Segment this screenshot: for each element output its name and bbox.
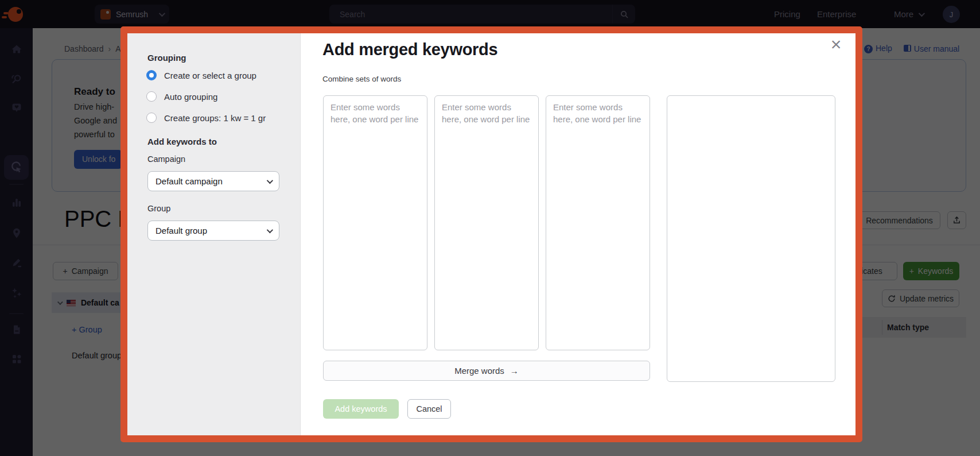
promo-text-line: Google and [74,116,123,125]
search-bar[interactable]: Search [329,5,635,24]
radio-create-groups-1kw[interactable]: Create groups: 1 kw = 1 gr [146,113,266,123]
sidebar-divider [9,313,24,314]
search-button[interactable] [612,5,635,24]
sidebar-item-home[interactable] [4,37,29,61]
update-metrics-button[interactable]: Update metrics [882,289,959,307]
promo-text-line: Drive high- [74,102,123,111]
chevron-down-icon [159,10,165,16]
refresh-icon [888,295,896,303]
location-pin-icon [10,227,23,239]
radio-button-icon[interactable] [146,113,157,123]
chevron-down-icon [267,177,273,183]
plus-icon: + [63,266,67,276]
sidebar-item-local[interactable] [4,221,29,245]
unlock-button[interactable]: Unlock fo [74,150,122,169]
nav-more[interactable]: More [894,0,923,28]
group-select[interactable]: Default group [147,221,279,241]
campaign-name: Default ca [81,298,120,307]
word-set-textarea-2[interactable] [434,95,539,350]
report-document-icon [10,323,23,336]
sidebar-item-ai[interactable] [4,280,29,304]
add-keywords-to-heading: Add keywords to [147,137,217,146]
campaign-label: Campaign [147,154,185,164]
help-link[interactable]: ?Help [864,44,892,53]
arrow-right-icon: → [510,366,519,376]
seo-toolkit-icon [10,73,23,86]
combine-sets-label: Combine sets of words [322,75,401,83]
sparkles-icon [10,286,23,299]
workspace-logo-icon [100,9,111,20]
nav-pricing[interactable]: Pricing [774,0,800,28]
radio-button-icon[interactable] [146,91,157,102]
chevron-down-icon [267,226,273,233]
social-toolkit-icon [10,101,23,114]
promo-title: Ready to [74,86,123,98]
sidebar [0,28,33,456]
sidebar-item-content[interactable] [4,250,29,275]
chevron-separator-icon: › [108,44,111,53]
sidebar-divider [9,184,24,185]
user-manual-icon [904,45,911,52]
bar-chart-icon [10,196,23,209]
radio-create-or-select-group[interactable]: Create or select a group [146,70,256,80]
column-divider [882,320,882,335]
modal-title: Add merged keywords [322,40,497,59]
help-icon: ? [864,45,873,53]
plus-icon: + [72,325,76,334]
recommendations-button[interactable]: Recommendations [858,211,940,229]
grouping-heading: Grouping [147,53,186,63]
sidebar-item-analytics[interactable] [4,190,29,215]
group-label: Group [147,204,170,213]
word-set-textarea-1[interactable] [323,95,427,350]
advertising-toolkit-icon [10,161,23,174]
close-icon[interactable]: × [826,34,846,54]
user-manual-link[interactable]: User manual [904,44,959,53]
export-icon [952,216,961,225]
promo-text-line: powerful to [74,130,123,139]
home-icon [10,43,23,56]
search-icon [620,10,629,19]
plus-icon: + [909,266,914,276]
breadcrumb: Dashboard › A [64,44,121,53]
nav-enterprise[interactable]: Enterprise [817,0,856,28]
radio-auto-grouping[interactable]: Auto grouping [146,91,217,102]
apps-grid-icon [10,353,23,365]
pencil-icon [10,256,23,269]
campaign-select[interactable]: Default campaign [147,171,279,191]
merge-words-button[interactable]: Merge words → [323,361,650,381]
user-avatar[interactable]: J [943,6,960,23]
us-flag-icon [67,300,76,306]
page-title: PPC Ke [64,206,122,232]
add-group-link[interactable]: + Group [72,325,102,334]
export-button[interactable] [947,211,966,229]
semrush-logo-icon[interactable] [8,7,23,22]
add-keywords-toolbar-button[interactable]: +Keywords [903,262,959,280]
word-set-textarea-3[interactable] [546,95,650,350]
breadcrumb-dashboard-link[interactable]: Dashboard [64,44,104,53]
workspace-selector[interactable]: Semrush [95,5,169,24]
merged-result-box [667,95,835,382]
radio-button-icon[interactable] [146,70,157,80]
top-bar: Semrush Search Pricing Enterprise More J [0,0,980,28]
modal-side-panel: Grouping Create or select a group Auto g… [127,33,301,435]
chevron-down-icon [57,299,63,305]
cancel-button[interactable]: Cancel [407,399,451,419]
search-input[interactable]: Search [329,10,612,19]
add-merged-keywords-modal: Grouping Create or select a group Auto g… [120,26,862,442]
sidebar-item-social[interactable] [4,95,29,119]
column-header-match-type: Match type [887,323,929,332]
workspace-name: Semrush [116,10,154,19]
sidebar-item-seo[interactable] [4,67,29,91]
add-campaign-button[interactable]: +Campaign [53,262,118,280]
chevron-down-icon [919,10,925,16]
sidebar-item-apps[interactable] [4,346,29,371]
sidebar-item-advertising[interactable] [4,155,29,180]
campaign-row-default[interactable]: Default ca [52,292,120,313]
group-item-default[interactable]: Default group [72,351,122,360]
sidebar-item-reports[interactable] [4,317,29,342]
add-keywords-button[interactable]: Add keywords [323,399,399,419]
